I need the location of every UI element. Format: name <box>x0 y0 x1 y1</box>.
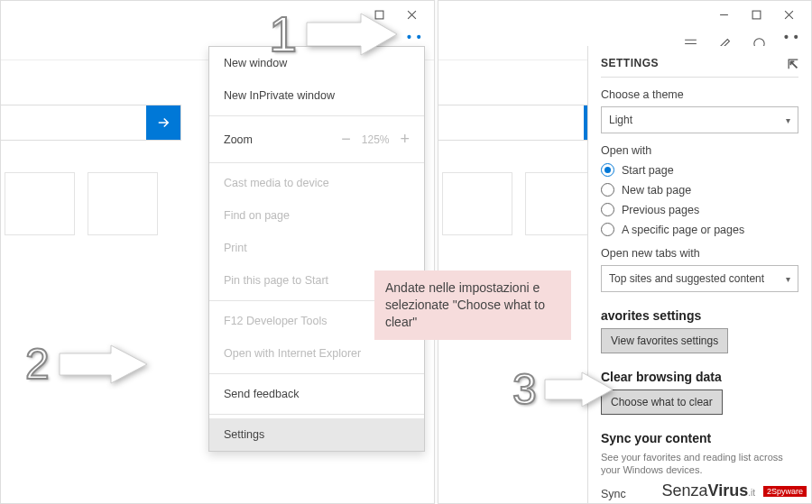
menu-cast[interactable]: Cast media to device <box>209 167 424 199</box>
menu-separator <box>209 162 424 163</box>
close-button[interactable] <box>398 1 425 28</box>
card-placeholder <box>5 172 75 235</box>
open-with-label: Open with <box>601 144 798 157</box>
radio-previous[interactable]: Previous pages <box>601 203 798 216</box>
instruction-callout: Andate nelle impostazioni e selezionate … <box>374 270 571 340</box>
view-favorites-button[interactable]: View favorites settings <box>601 328 728 353</box>
arrow-icon <box>55 344 154 385</box>
menu-find[interactable]: Find on page <box>209 199 424 232</box>
step-number: 3 <box>512 368 537 411</box>
step-1: 1 <box>269 9 401 60</box>
menu-feedback[interactable]: Send feedback <box>209 378 424 410</box>
choose-theme-label: Choose a theme <box>601 88 798 101</box>
menu-zoom: Zoom − 125% + <box>209 120 424 159</box>
go-button[interactable] <box>146 105 180 140</box>
separator <box>601 77 798 78</box>
theme-select[interactable]: Light▾ <box>601 106 798 133</box>
zoom-in-icon[interactable]: + <box>400 130 410 149</box>
speed-dial-cards <box>1 172 158 235</box>
sync-heading: Sync your content <box>601 431 798 445</box>
clear-browsing-heading: Clear browsing data <box>601 370 798 384</box>
step-3: 3 <box>512 368 616 411</box>
settings-title: SETTINGS ⇱ <box>601 57 798 71</box>
favorites-heading: avorites settings <box>601 308 798 323</box>
window-controls <box>438 1 811 28</box>
address-bar-fragment <box>1 105 181 141</box>
pin-icon[interactable]: ⇱ <box>788 57 799 71</box>
menu-print[interactable]: Print <box>209 232 424 264</box>
radio-start-page[interactable]: Start page <box>601 163 798 177</box>
settings-pane: SETTINGS ⇱ Choose a theme Light▾ Open wi… <box>587 46 811 503</box>
svg-rect-1 <box>752 11 761 19</box>
arrow-icon <box>302 12 401 57</box>
watermark-badge: 2Spyware <box>763 486 807 497</box>
new-tabs-select[interactable]: Top sites and suggested content▾ <box>601 265 798 292</box>
choose-what-to-clear-button[interactable]: Choose what to clear <box>601 389 723 415</box>
menu-open-ie[interactable]: Open with Internet Explorer <box>209 337 424 370</box>
card-placeholder <box>525 172 595 235</box>
edge-window-right: • • • SETTINGS ⇱ Choose a theme Light▾ O… <box>438 0 812 504</box>
sync-subtext: See your favorites and reading list acro… <box>601 451 798 477</box>
menu-separator <box>209 414 424 415</box>
close-button[interactable] <box>775 1 802 28</box>
step-2: 2 <box>25 343 154 386</box>
card-placeholder <box>442 172 512 235</box>
more-menu: New window New InPrivate window Zoom − 1… <box>208 46 425 452</box>
step-number: 2 <box>25 343 50 386</box>
chevron-down-icon: ▾ <box>786 274 790 284</box>
speed-dial-cards <box>438 172 595 235</box>
chevron-down-icon: ▾ <box>786 115 790 125</box>
minimize-button[interactable] <box>710 1 737 28</box>
zoom-out-icon[interactable]: − <box>341 130 351 149</box>
edge-window-left: • • • New window New InPrivate window Zo… <box>0 0 435 504</box>
menu-settings[interactable]: Settings <box>209 418 424 451</box>
radio-new-tab[interactable]: New tab page <box>601 183 798 197</box>
arrow-icon <box>542 371 616 408</box>
watermark: SenzaVirus.it 2Spyware <box>661 481 807 500</box>
maximize-button[interactable] <box>743 1 770 28</box>
menu-separator <box>209 373 424 374</box>
card-placeholder <box>88 172 158 235</box>
step-number: 1 <box>269 9 297 60</box>
menu-new-inprivate[interactable]: New InPrivate window <box>209 79 424 112</box>
zoom-value: 125% <box>362 133 390 146</box>
open-new-tabs-label: Open new tabs with <box>601 247 798 260</box>
menu-separator <box>209 115 424 116</box>
radio-specific[interactable]: A specific page or pages <box>601 223 798 236</box>
